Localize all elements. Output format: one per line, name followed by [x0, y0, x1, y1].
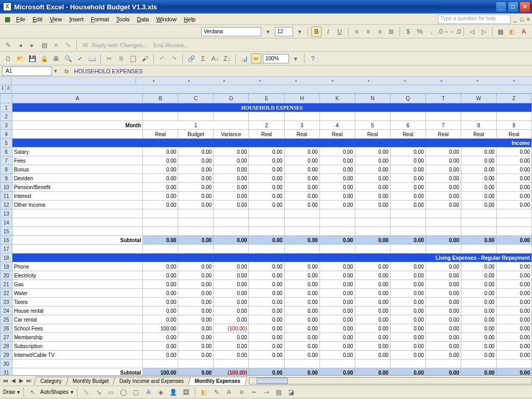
- menu-edit[interactable]: Edit: [29, 15, 46, 23]
- horizontal-scrollbar[interactable]: [249, 377, 532, 384]
- menu-insert[interactable]: Insert: [65, 15, 87, 23]
- fx-icon[interactable]: fx: [64, 68, 69, 74]
- zoom-select[interactable]: 100%: [263, 54, 289, 63]
- sheet-tab-monthly-budget[interactable]: Monthly Budget: [65, 377, 115, 385]
- redo-button[interactable]: ↷: [169, 54, 179, 64]
- decrease-indent-button[interactable]: ◁: [467, 26, 477, 37]
- clipart-button[interactable]: 👤: [168, 387, 179, 397]
- help-button[interactable]: ?: [308, 54, 318, 64]
- picture-button[interactable]: 🖼: [181, 387, 191, 397]
- diagram-button[interactable]: ◈: [156, 387, 166, 397]
- name-box[interactable]: A1: [2, 66, 52, 76]
- menu-file[interactable]: File: [12, 15, 29, 23]
- ink-button[interactable]: ✎: [63, 40, 73, 50]
- dash-style-button[interactable]: ┅: [249, 387, 259, 397]
- paste-button[interactable]: 📋: [128, 54, 138, 64]
- comma-button[interactable]: ,: [427, 26, 436, 37]
- menu-help[interactable]: Help: [180, 15, 200, 23]
- oval-button[interactable]: ◯: [118, 387, 129, 397]
- new-button[interactable]: 🗋: [3, 54, 14, 64]
- align-right-button[interactable]: ≡: [375, 26, 384, 37]
- save-button[interactable]: 💾: [27, 54, 37, 64]
- send-mail-button[interactable]: ✉: [80, 40, 90, 50]
- doc-close-button[interactable]: ×: [527, 16, 530, 22]
- show-comments-button[interactable]: ▤: [39, 40, 49, 50]
- close-button[interactable]: ×: [520, 2, 530, 12]
- menu-format[interactable]: Format: [87, 15, 113, 23]
- autosum-button[interactable]: Σ: [198, 54, 208, 64]
- decrease-decimal-button[interactable]: ←.0: [450, 26, 460, 37]
- font-color-draw-button[interactable]: A: [224, 387, 234, 397]
- borders-button[interactable]: ▦: [496, 26, 506, 37]
- currency-button[interactable]: $: [403, 26, 413, 37]
- doc-restore-button[interactable]: □: [520, 16, 524, 22]
- preview-button[interactable]: 🔍: [63, 54, 73, 64]
- outline-column-controls[interactable]: •••++++++++: [0, 77, 532, 85]
- increase-decimal-button[interactable]: .0→: [438, 26, 448, 37]
- tab-last-button[interactable]: ⏭: [25, 378, 33, 383]
- shadow-button[interactable]: ▨: [274, 387, 284, 397]
- 3d-button[interactable]: ◪: [286, 387, 297, 397]
- sheet-tab-category[interactable]: Category: [34, 377, 69, 385]
- format-painter-button[interactable]: 🖌: [140, 54, 150, 64]
- bold-button[interactable]: B: [311, 26, 321, 37]
- hyperlink-button[interactable]: 🔗: [186, 54, 196, 64]
- font-color-button[interactable]: A: [519, 26, 529, 37]
- excel-small-icon[interactable]: ▦: [2, 14, 12, 24]
- menu-tools[interactable]: Tools: [113, 15, 134, 23]
- spellcheck-button[interactable]: ✓: [75, 54, 85, 64]
- menu-data[interactable]: Data: [133, 15, 152, 23]
- drawing-button[interactable]: ✏: [251, 54, 261, 64]
- arrow-style-button[interactable]: ⇢: [261, 387, 272, 397]
- tab-first-button[interactable]: ⏮: [2, 378, 9, 383]
- doc-minimize-button[interactable]: _: [514, 16, 517, 22]
- rectangle-button[interactable]: ▭: [106, 387, 116, 397]
- italic-button[interactable]: I: [323, 26, 333, 37]
- fill-color-button[interactable]: ◧: [507, 26, 517, 37]
- sort-asc-button[interactable]: A↓: [210, 54, 220, 64]
- font-dropdown-icon[interactable]: ▾: [263, 26, 273, 37]
- select-objects-button[interactable]: ↖: [28, 387, 38, 397]
- tab-next-button[interactable]: ▶: [18, 378, 25, 383]
- line-button[interactable]: ＼: [81, 387, 91, 397]
- delete-comment-button[interactable]: ✕: [51, 40, 61, 50]
- chart-button[interactable]: 📊: [239, 54, 249, 64]
- arrow-button[interactable]: ↘: [94, 387, 104, 397]
- size-dropdown-icon[interactable]: ▾: [295, 26, 304, 37]
- font-name-select[interactable]: Verdana: [201, 27, 262, 36]
- line-style-button[interactable]: ≡: [236, 387, 247, 397]
- open-button[interactable]: 📂: [15, 54, 25, 64]
- sort-desc-button[interactable]: Z↓: [222, 54, 232, 64]
- textbox-button[interactable]: ▢: [131, 387, 141, 397]
- reply-changes-button[interactable]: Reply with Changes...: [92, 42, 148, 48]
- align-center-button[interactable]: ≡: [363, 26, 373, 37]
- font-size-select[interactable]: 12: [275, 27, 293, 36]
- draw-menu[interactable]: Draw: [3, 389, 15, 395]
- cut-button[interactable]: ✂: [104, 54, 114, 64]
- autoshapes-menu[interactable]: AutoShapes: [40, 389, 69, 395]
- research-button[interactable]: 📖: [87, 54, 97, 64]
- undo-button[interactable]: ↶: [157, 54, 167, 64]
- tab-prev-button[interactable]: ◀: [10, 378, 17, 383]
- help-search-input[interactable]: Type a question for help: [438, 15, 511, 24]
- spreadsheet-grid[interactable]: ABCDEHKNQTWZ1HOUSEHOLD EXPENSES23Month12…: [0, 94, 532, 375]
- permission-button[interactable]: 🔒: [39, 54, 49, 64]
- prev-comment-button[interactable]: ◂: [15, 40, 25, 50]
- print-button[interactable]: 🖶: [51, 54, 61, 64]
- formula-value[interactable]: HOUSEHOLD EXPENSES: [74, 68, 143, 74]
- end-review-button[interactable]: End Review...: [153, 42, 188, 48]
- line-color-button[interactable]: ✎: [211, 387, 222, 397]
- minimize-button[interactable]: _: [496, 2, 507, 12]
- copy-button[interactable]: ⎘: [116, 54, 126, 64]
- menu-window[interactable]: Window: [153, 15, 180, 23]
- sheet-tab-daily-income-and-expenses[interactable]: Daily Income and Expenses: [113, 377, 191, 385]
- underline-button[interactable]: U: [335, 26, 344, 37]
- align-left-button[interactable]: ≡: [352, 26, 362, 37]
- percent-button[interactable]: %: [415, 26, 424, 37]
- name-dropdown-icon[interactable]: ▾: [52, 68, 59, 74]
- new-comment-button[interactable]: ✎: [3, 40, 14, 50]
- merge-center-button[interactable]: ⊞: [387, 26, 396, 37]
- menu-view[interactable]: View: [46, 15, 66, 23]
- wordart-button[interactable]: A: [143, 387, 154, 397]
- sheet-tab-monthly-expenses[interactable]: Monthly Expenses: [188, 377, 247, 385]
